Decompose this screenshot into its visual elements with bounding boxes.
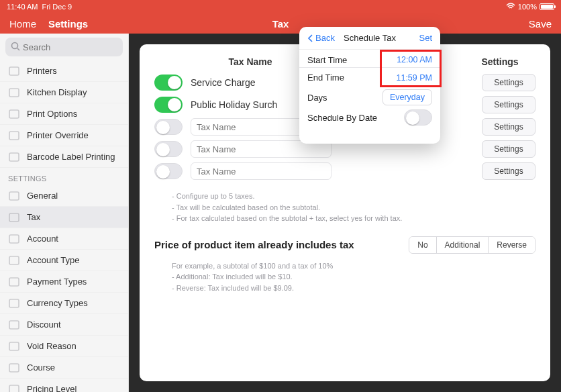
sidebar-item[interactable]: Barcode Label Printing <box>0 146 128 168</box>
schedule-by-date-toggle[interactable] <box>404 109 432 126</box>
tax-name-label: Public Holiday Surch <box>191 99 277 110</box>
tax-toggle[interactable] <box>154 163 183 179</box>
svg-point-0 <box>12 43 18 49</box>
end-time-value[interactable]: 11:59 PM <box>396 73 432 83</box>
sidebar-item-label: Pricing Level <box>27 384 76 392</box>
status-bar: 11:40 AM Fri Dec 9 100% <box>0 0 561 13</box>
tax-toggle[interactable] <box>154 75 183 91</box>
hints: - Configure up to 5 taxes. - Tax will be… <box>172 191 536 224</box>
sidebar-item[interactable]: Discount <box>0 314 128 336</box>
sidebar-item[interactable]: Void Reason <box>0 336 128 357</box>
svg-rect-9 <box>9 256 19 264</box>
sidebar-item-label: Payment Types <box>27 277 87 287</box>
sidebar-icon <box>8 130 20 142</box>
schedule-tax-popover: Back Schedule Tax Set Start Time 12:00 A… <box>299 27 440 144</box>
tax-settings-button[interactable]: Settings <box>482 140 536 158</box>
sidebar-icon <box>8 383 20 393</box>
page-title: Tax <box>272 18 289 30</box>
svg-rect-6 <box>9 192 19 200</box>
sidebar-item[interactable]: Pricing Level <box>0 379 128 392</box>
svg-rect-15 <box>9 385 19 393</box>
sidebar-item-label: Void Reason <box>27 341 76 351</box>
sidebar-icon <box>8 151 20 163</box>
svg-rect-14 <box>9 364 19 372</box>
sidebar-item[interactable]: Print Options <box>0 103 128 125</box>
sidebar-icon <box>8 190 20 202</box>
svg-rect-1 <box>9 67 19 75</box>
tax-settings-button[interactable]: Settings <box>482 96 536 113</box>
hint-line: - Tax will be calculated based on the su… <box>172 202 536 213</box>
tax-toggle[interactable] <box>154 97 183 113</box>
sidebar-item-label: Print Options <box>27 109 77 119</box>
sidebar-item-label: Course <box>27 362 55 373</box>
sidebar-icon <box>8 233 20 245</box>
chevron-left-icon <box>307 34 314 43</box>
sidebar-icon <box>8 254 20 266</box>
tax-settings-button[interactable]: Settings <box>482 74 536 91</box>
nav-bar: Home Settings Tax Save <box>0 13 561 34</box>
back-label: Back <box>315 33 335 43</box>
sidebar-icon <box>8 108 20 120</box>
sidebar-item-label: Discount <box>27 320 61 330</box>
segment-option[interactable]: Additional <box>436 237 489 253</box>
sidebar-item-label: Currency Types <box>27 298 88 308</box>
includes-segmented[interactable]: NoAdditionalReverse <box>409 236 536 254</box>
sidebar-icon <box>8 362 20 374</box>
svg-rect-12 <box>9 321 19 329</box>
save-button[interactable]: Save <box>529 18 552 30</box>
sidebar-item[interactable]: Account Type <box>0 250 128 271</box>
sidebar-item-label: Barcode Label Printing <box>27 152 115 162</box>
column-settings: Settings <box>470 56 530 67</box>
tax-toggle[interactable] <box>154 119 183 135</box>
tax-settings-button[interactable]: Settings <box>482 162 536 180</box>
sidebar-item-label: Tax <box>27 212 40 222</box>
sidebar-item[interactable]: General <box>0 185 128 207</box>
nav-settings[interactable]: Settings <box>48 18 88 30</box>
sidebar-item[interactable]: Account <box>0 228 128 250</box>
sidebar-item-label: Kitchen Display <box>27 87 87 97</box>
sidebar-item[interactable]: Tax <box>0 207 128 228</box>
tax-name-input[interactable] <box>191 162 332 180</box>
start-time-value[interactable]: 12:00 AM <box>397 55 432 64</box>
status-time: 11:40 AM <box>7 3 38 11</box>
set-button[interactable]: Set <box>419 33 432 43</box>
hint-line: - Configure up to 5 taxes. <box>172 191 536 202</box>
example-line: For example, a subtotal of $100 and a ta… <box>172 260 536 272</box>
nav-home[interactable]: Home <box>9 18 36 30</box>
svg-rect-7 <box>9 213 19 222</box>
segment-option[interactable]: No <box>409 237 436 253</box>
svg-rect-11 <box>9 299 19 307</box>
sidebar-icon <box>8 276 20 288</box>
sidebar-icon <box>8 87 20 99</box>
sidebar-item[interactable]: Course <box>0 357 128 379</box>
sidebar-item-label: Account Type <box>27 255 80 265</box>
days-label: Days <box>307 93 327 103</box>
tax-settings-button[interactable]: Settings <box>482 118 536 136</box>
segment-option[interactable]: Reverse <box>488 237 535 253</box>
battery-icon <box>540 3 554 10</box>
sidebar-item[interactable]: Printer Override <box>0 125 128 146</box>
tax-row: Settings <box>154 161 536 181</box>
svg-rect-3 <box>9 110 19 118</box>
search-input[interactable] <box>5 38 123 56</box>
popover-title: Schedule Tax <box>344 33 396 43</box>
svg-rect-10 <box>9 278 19 286</box>
sidebar-item[interactable]: Printers <box>0 60 128 82</box>
svg-rect-4 <box>9 132 19 140</box>
battery-percent: 100% <box>518 3 537 11</box>
days-button[interactable]: Everyday <box>382 89 432 105</box>
tax-name-label: Service Charge <box>191 77 256 88</box>
example-line: - Reverse: Tax included will be $9.09. <box>172 283 536 294</box>
example: For example, a subtotal of $100 and a ta… <box>172 260 536 294</box>
tax-toggle[interactable] <box>154 141 183 157</box>
back-button[interactable]: Back <box>307 33 335 43</box>
example-line: - Additional: Tax included will be $10. <box>172 271 536 283</box>
sidebar-icon <box>8 211 20 224</box>
svg-rect-8 <box>9 235 19 243</box>
svg-rect-5 <box>9 153 19 161</box>
sidebar-item[interactable]: Kitchen Display <box>0 82 128 103</box>
schedule-by-date-label: Schedule By Date <box>307 113 377 123</box>
sidebar: PrintersKitchen DisplayPrint OptionsPrin… <box>0 34 129 392</box>
sidebar-item[interactable]: Currency Types <box>0 293 128 314</box>
sidebar-item[interactable]: Payment Types <box>0 271 128 293</box>
